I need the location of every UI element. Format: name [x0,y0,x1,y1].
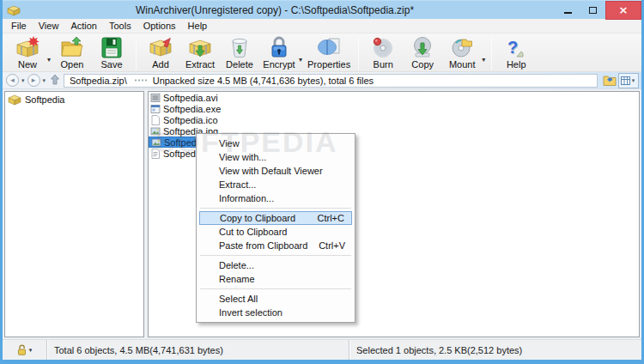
toolbar: New ▾ Open [3,33,641,72]
save-button-label: Save [100,59,122,70]
menu-item-select-all[interactable]: Select All [199,292,352,306]
menu-view[interactable]: View [33,19,65,33]
copy-button[interactable]: Copy [403,35,442,70]
file-name: Softpedia.ico [163,115,218,125]
file-row-ico[interactable]: Softpedia.ico [149,114,218,125]
menu-item-view[interactable]: View [199,136,352,150]
archive-folder-icon [8,94,21,106]
new-dropdown-caret[interactable]: ▾ [47,56,51,64]
copy-button-label: Copy [411,59,434,70]
view-mode-button[interactable]: ▾ [618,73,639,88]
open-button[interactable]: Open [52,35,92,70]
close-icon: × [619,4,629,15]
save-icon [101,36,122,58]
properties-button[interactable]: Properties [304,35,354,70]
winarchiver-window: WinArchiver(Unregistered copy) - C:\Soft… [0,0,644,364]
menu-tools[interactable]: Tools [103,19,137,33]
menu-options[interactable]: Options [137,19,182,33]
menu-item-information[interactable]: Information... [199,191,352,205]
menu-item-view-with-default-viewer[interactable]: View with Default Viewer [199,164,352,178]
menu-bar: File View Action Tools Options Help [3,19,641,33]
menu-item-rename[interactable]: Rename [199,272,352,286]
address-field[interactable]: Softpedia.zip\ Unpacked size 4.5 MB (4,7… [64,74,598,88]
window-title: WinArchiver(Unregistered copy) - C:\Soft… [3,1,547,20]
burn-button[interactable]: Burn [363,35,403,70]
burn-icon [372,36,394,58]
status-selected: Selected 1 objects, 2.5 KB(2,512 bytes) [349,340,641,360]
shortcut-label: Ctrl+C [318,212,344,224]
extract-button[interactable]: Extract [180,35,220,70]
open-button-label: Open [61,59,84,70]
delete-button-label: Delete [226,59,253,70]
file-name: Softpedia.exe [163,104,221,114]
menu-item-copy-to-clipboard[interactable]: Copy to Clipboard Ctrl+C [199,211,352,225]
tree-item-label: Softpedia [25,94,64,105]
properties-button-label: Properties [307,59,350,70]
title-bar: WinArchiver(Unregistered copy) - C:\Soft… [3,0,641,19]
executable-file-icon [150,104,161,114]
mount-button[interactable]: Mount [442,35,482,70]
toolbar-separator [358,37,359,70]
lock-icon [17,344,27,355]
toolbar-separator [491,37,492,70]
menu-help[interactable]: Help [182,19,214,33]
menu-item-paste-from-clipboard[interactable]: Paste from Clipboard Ctrl+V [199,239,352,252]
file-name: Softpedia.avi [163,93,218,103]
context-menu: View View with... View with Default View… [196,133,355,323]
tree-item-softpedia[interactable]: Softpedia [5,92,143,106]
mount-dropdown-caret[interactable]: ▾ [482,56,485,64]
menu-item-extract[interactable]: Extract... [199,178,352,191]
delete-button[interactable]: Delete [220,35,259,70]
video-file-icon [150,93,161,103]
status-bar: ▾ Total 6 objects, 4.5 MB(4,741,631 byte… [3,339,641,360]
minimize-button[interactable] [556,1,580,20]
maximize-button[interactable] [580,1,605,20]
text-file-icon [150,149,161,159]
forward-history-caret[interactable]: ▾ [43,77,46,84]
burn-button-label: Burn [374,59,393,70]
new-button[interactable]: New [8,35,47,70]
menu-item-cut-to-clipboard[interactable]: Cut to Clipboard [199,225,352,239]
menu-file[interactable]: File [5,19,33,33]
add-files-icon [148,36,173,58]
encryption-status-button[interactable]: ▾ [3,340,47,360]
back-history-caret[interactable]: ▾ [21,77,25,84]
folder-tree-panel[interactable]: Softpedia [4,91,144,337]
image-file-icon [151,137,161,148]
archive-path[interactable]: Softpedia.zip\ [64,76,134,86]
view-mode-caret: ▾ [632,77,635,84]
menu-separator [200,288,351,289]
main-area: Softpedia Softpedia.avi Softpe [3,89,641,339]
menu-item-view-with[interactable]: View with... [199,150,352,164]
properties-icon [316,36,342,58]
status-total: Total 6 objects, 4.5 MB(4,741,631 bytes) [47,340,349,360]
menu-action[interactable]: Action [64,19,103,33]
back-button[interactable]: ◂ [6,74,19,87]
menu-item-invert-selection[interactable]: Invert selection [199,306,352,319]
address-bar-buttons: ▾ [601,73,639,88]
help-button[interactable]: ? Help [496,35,536,70]
back-arrow-icon: ◂ [10,76,15,84]
mount-button-label: Mount [449,59,476,70]
window-controls: × [556,1,641,20]
lock-dropdown-caret: ▾ [29,347,33,354]
file-row-exe[interactable]: Softpedia.exe [149,103,221,114]
save-button[interactable]: Save [92,35,131,70]
close-button[interactable]: × [605,1,641,20]
add-button[interactable]: Add [141,35,180,70]
grip-dots-icon[interactable] [134,79,148,82]
forward-button[interactable]: ▸ [27,74,40,87]
up-level-button[interactable] [50,73,60,88]
minimize-icon [564,12,572,14]
menu-item-delete[interactable]: Delete... [199,258,352,272]
new-button-label: New [18,59,37,70]
folders-toggle-button[interactable] [601,73,618,88]
file-row-avi[interactable]: Softpedia.avi [149,92,218,103]
encrypt-button-label: Encrypt [263,59,295,70]
archive-info-text: Unpacked size 4.5 MB (4,741,636 bytes), … [153,76,374,86]
menu-separator [200,255,351,256]
shortcut-label: Ctrl+V [319,239,345,252]
encrypt-dropdown-caret[interactable]: ▾ [299,56,302,64]
copy-disc-icon [411,36,434,58]
encrypt-button[interactable]: Encrypt [259,35,299,70]
